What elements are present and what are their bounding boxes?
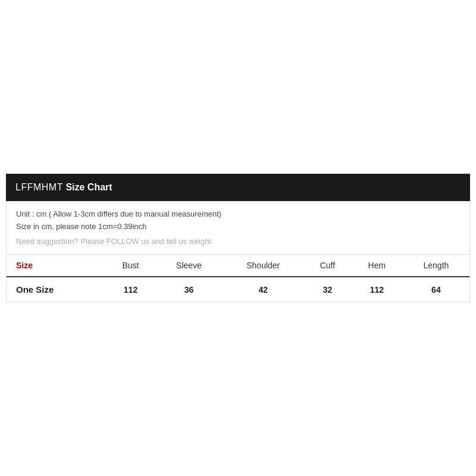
- size-table-section: Size Bust Sleeve Shoulder Cuff Hem Lengt…: [6, 255, 470, 302]
- table-header-row: Size Bust Sleeve Shoulder Cuff Hem Lengt…: [7, 255, 469, 277]
- brand-name: LFFMHMT: [15, 182, 63, 192]
- header-size: Size: [7, 255, 106, 277]
- header-hem: Hem: [351, 255, 403, 277]
- cell-length: 64: [403, 277, 469, 302]
- header-sleeve: Sleeve: [155, 255, 222, 277]
- suggestion-text: Need suggestion? Please FOLLOW us and te…: [16, 237, 460, 246]
- header-bust: Bust: [106, 255, 156, 277]
- title-bar: LFFMHMT Size Chart: [6, 174, 470, 201]
- cell-shoulder: 42: [223, 277, 304, 302]
- info-section: Unit : cm ( Allow 1-3cm differs due to m…: [6, 201, 470, 255]
- chart-title: Size Chart: [63, 182, 112, 192]
- cell-size: One Size: [7, 277, 106, 302]
- cell-bust: 112: [106, 277, 156, 302]
- cell-cuff: 32: [304, 277, 351, 302]
- header-cuff: Cuff: [304, 255, 351, 277]
- cell-hem: 112: [351, 277, 403, 302]
- unit-note: Unit : cm ( Allow 1-3cm differs due to m…: [16, 209, 460, 218]
- size-table: Size Bust Sleeve Shoulder Cuff Hem Lengt…: [7, 255, 469, 302]
- size-chart-container: LFFMHMT Size Chart Unit : cm ( Allow 1-3…: [6, 174, 470, 302]
- table-row: One Size 112 36 42 32 112 64: [7, 277, 469, 302]
- header-shoulder: Shoulder: [223, 255, 304, 277]
- conversion-note: Size in cm, please note 1cm=0.39inch: [16, 222, 460, 231]
- header-length: Length: [403, 255, 469, 277]
- cell-sleeve: 36: [155, 277, 222, 302]
